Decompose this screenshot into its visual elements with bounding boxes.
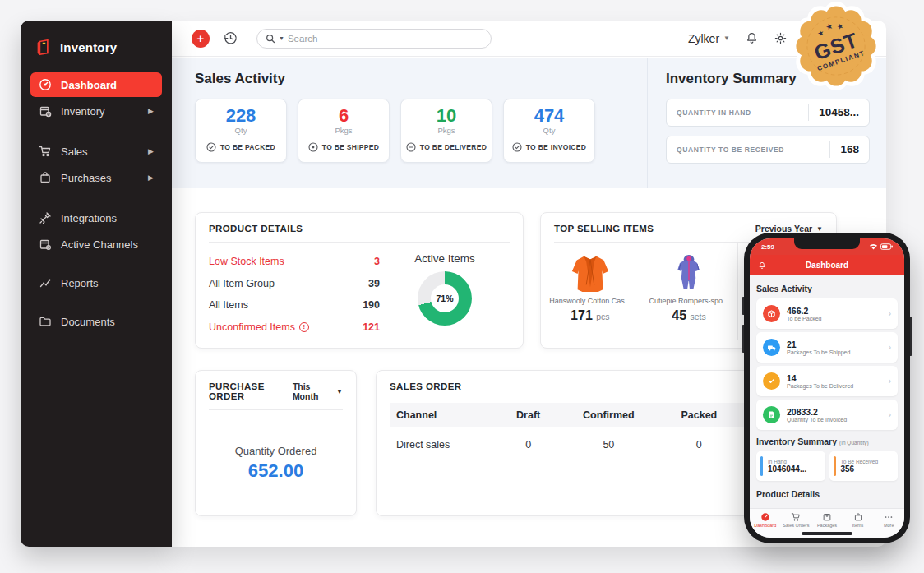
col-confirmed: Confirmed	[557, 403, 660, 427]
phone-mockup: 2:59 Dashboard Sales Activity 466.2 To b…	[744, 233, 910, 543]
sidebar-item-dashboard[interactable]: Dashboard	[30, 72, 162, 97]
metric-label: TO BE SHIPPED	[322, 143, 379, 151]
col-draft: Draft	[500, 403, 557, 427]
summary-label: QUANTITY IN HAND	[677, 109, 751, 117]
chevron-right-icon: ›	[889, 343, 891, 352]
sales-activity-title: Sales Activity	[195, 71, 647, 87]
col-packed: Packed	[660, 403, 737, 427]
summary-value: 168	[829, 141, 859, 158]
notifications-bell-icon[interactable]	[745, 31, 759, 45]
truck-icon	[763, 339, 780, 356]
dashboard-icon	[760, 512, 770, 522]
card-title: SALES ORDER	[390, 381, 461, 391]
item-unit: pcs	[596, 312, 609, 321]
accent-bar	[760, 456, 763, 476]
tab-dashboard[interactable]: Dashboard	[750, 512, 781, 528]
phone-sales-activity-title: Sales Activity	[756, 284, 898, 293]
metric-label: To Be Received	[841, 459, 879, 464]
search-scope-caret-icon[interactable]: ▼	[279, 35, 284, 41]
gst-compliant-badge: ★ ★ ★ GST COMPLIANT	[792, 2, 880, 90]
sales-activity-card-to-be-shipped[interactable]: 6 Pkgs TO BE SHIPPED	[298, 99, 390, 163]
metric-value: 20833.2	[787, 407, 847, 418]
item-qty: 171	[571, 308, 593, 322]
phone-in-hand-card[interactable]: In Hand 1046044...	[756, 451, 825, 481]
row-label: Unconfirmed Items	[209, 321, 295, 333]
filter-value: This Month	[293, 381, 332, 401]
search-bar[interactable]: ▼	[256, 29, 492, 49]
item-name: Cutiepie Rompers-spo...	[649, 297, 728, 305]
all-items-row[interactable]: All Items 190	[209, 294, 380, 317]
phone-card-to-be-shipped[interactable]: 21 Packages To be Shipped ›	[756, 332, 898, 363]
chevron-right-icon: ›	[889, 309, 891, 318]
metric-value: 21	[787, 340, 850, 350]
sales-activity-card-to-be-invoiced[interactable]: 474 Qty TO BE INVOICED	[503, 99, 595, 163]
org-switcher[interactable]: Zylker ▼	[688, 32, 730, 45]
tab-label: Sales Orders	[783, 523, 809, 528]
metric-value: 10	[437, 106, 456, 125]
sidebar-item-label: Sales	[61, 146, 88, 158]
sidebar-item-documents[interactable]: Documents	[30, 309, 162, 334]
metric-value: 356	[841, 464, 879, 474]
phone-to-be-received-card[interactable]: To Be Received 356	[829, 451, 899, 481]
quick-create-button[interactable]: +	[192, 30, 210, 48]
sidebar-item-integrations[interactable]: Integrations	[30, 206, 162, 230]
active-items-donut[interactable]: 71%	[418, 271, 472, 326]
chevron-right-icon: ›	[889, 377, 891, 386]
active-items-label: Active Items	[414, 252, 475, 265]
sales-activity-card-to-be-delivered[interactable]: 10 Pkgs TO BE DELIVERED	[400, 99, 492, 163]
low-stock-items-row[interactable]: Low Stock Items 3	[209, 251, 380, 273]
org-name: Zylker	[688, 32, 719, 45]
top-selling-item[interactable]: Cutiepie Rompers-spo... 45 sets	[640, 243, 738, 340]
quantity-to-be-received-row[interactable]: QUANTITY TO BE RECEIVED 168	[666, 136, 870, 164]
info-icon[interactable]: !	[299, 322, 309, 332]
product-details-card: PRODUCT DETAILS Low Stock Items 3 All It…	[195, 212, 524, 349]
cell-packed: 0	[660, 427, 737, 462]
romper-product-image	[671, 249, 707, 295]
sidebar-item-purchases[interactable]: Purchases ▶	[30, 165, 162, 190]
metric-label: TO BE INVOICED	[526, 143, 586, 151]
phone-card-to-be-packed[interactable]: 466.2 To be Packed ›	[756, 298, 898, 329]
sidebar-item-reports[interactable]: Reports	[30, 270, 162, 295]
dot-circle-icon	[308, 142, 318, 152]
chevron-down-icon: ▼	[816, 225, 823, 233]
app-logo: Inventory	[21, 34, 172, 71]
row-value: 39	[368, 278, 380, 289]
sidebar-item-sales[interactable]: Sales ▶	[30, 139, 162, 164]
sales-activity-section: Sales Activity 228 Qty TO BE PACKED 6 Pk…	[172, 58, 647, 188]
period-filter-dropdown[interactable]: This Month ▼	[293, 381, 343, 401]
phone-inventory-summary-title: Inventory Summary (In Quantity)	[756, 437, 898, 446]
cardigan-product-image	[566, 249, 614, 295]
tab-items[interactable]: Items	[843, 512, 874, 528]
recent-history-icon[interactable]	[223, 30, 238, 46]
search-input[interactable]	[288, 34, 483, 44]
tab-more[interactable]: More	[873, 512, 904, 528]
quantity-ordered-value: 652.00	[196, 460, 356, 482]
chevron-down-icon: ▼	[336, 388, 343, 395]
tab-sales-orders[interactable]: Sales Orders	[781, 512, 812, 528]
status-time: 2:59	[761, 243, 774, 251]
settings-gear-icon[interactable]	[774, 31, 788, 45]
phone-page-title: Dashboard	[806, 261, 848, 270]
quantity-in-hand-row[interactable]: QUANTITY IN HAND 10458...	[666, 99, 870, 127]
phone-volume-button	[742, 297, 744, 315]
item-unit: sets	[691, 312, 706, 321]
metric-value: 1046044...	[768, 464, 806, 474]
tab-packages[interactable]: Packages	[811, 512, 843, 528]
sales-activity-card-to-be-packed[interactable]: 228 Qty TO BE PACKED	[195, 99, 287, 163]
cell-draft: 0	[500, 427, 557, 462]
phone-card-to-be-invoiced[interactable]: 20833.2 Quantity To be Invoiced ›	[756, 400, 898, 430]
row-value: 190	[363, 299, 380, 311]
sidebar-item-inventory[interactable]: Inventory ▶	[30, 99, 162, 123]
all-item-group-row[interactable]: All Item Group 39	[209, 273, 380, 295]
sidebar-item-active-channels[interactable]: Active Channels	[30, 232, 162, 256]
phone-card-to-be-delivered[interactable]: 14 Packages To be Delivered ›	[756, 366, 898, 396]
row-value: 121	[363, 321, 380, 333]
chevron-right-icon: ▶	[148, 173, 154, 182]
unconfirmed-items-row[interactable]: Unconfirmed Items ! 121	[209, 317, 380, 339]
phone-nav-bar: Dashboard	[750, 255, 904, 275]
metric-value: 474	[534, 106, 565, 125]
bell-icon[interactable]	[758, 261, 766, 270]
top-selling-item[interactable]: Hanswooly Cotton Cas... 171 pcs	[541, 243, 640, 340]
metric-label: In Hand	[768, 459, 806, 464]
phone-notch	[794, 238, 860, 249]
